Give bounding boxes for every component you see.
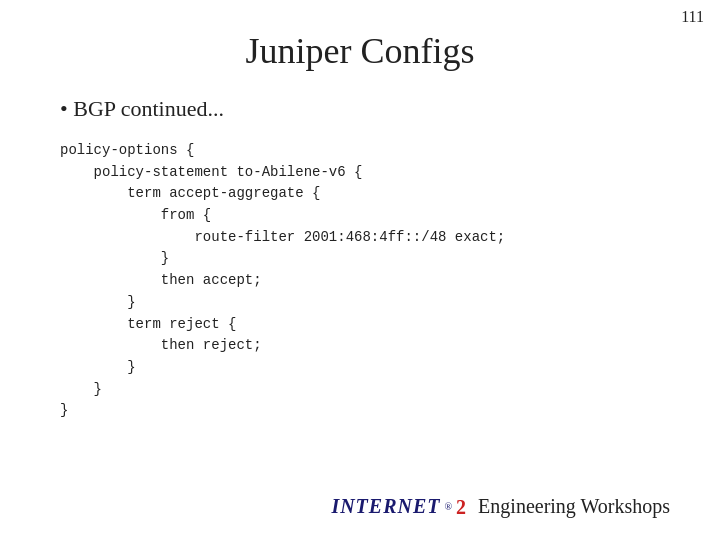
engineering-workshops-label: Engineering Workshops	[478, 495, 670, 518]
logo-text: INTERNET	[331, 495, 440, 518]
slide-container: Juniper Configs BGP continued... policy-…	[0, 0, 720, 442]
internet2-logo: INTERNET®2	[331, 495, 466, 518]
footer: INTERNET®2 Engineering Workshops	[331, 495, 670, 518]
page-number: 111	[681, 8, 704, 26]
bullet-point: BGP continued...	[50, 96, 670, 122]
logo-number: 2	[456, 497, 466, 517]
slide-title: Juniper Configs	[50, 30, 670, 72]
code-block: policy-options { policy-statement to-Abi…	[60, 140, 670, 422]
logo-registered-icon: ®	[445, 501, 453, 512]
